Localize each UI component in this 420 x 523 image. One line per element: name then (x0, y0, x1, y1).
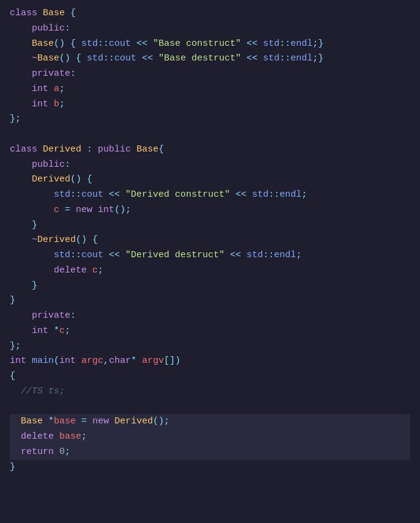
code-line-8: }; (10, 112, 410, 127)
code-line-10: class Derived : public Base{ (10, 142, 410, 158)
code-line-3: Base() { std::cout << "Base construct" <… (10, 37, 410, 52)
code-line-13: std::cout << "Derived construct" << std:… (10, 188, 410, 203)
code-line-9 (10, 127, 410, 142)
code-line-14: c = new int(); (10, 203, 410, 218)
code-line-26: //TS ts; (10, 384, 410, 400)
code-line-27 (10, 400, 410, 415)
code-line-17: std::cout << "Derived destruct" << std::… (10, 248, 410, 263)
code-line-22: int *c; (10, 324, 410, 339)
code-line-15: } (10, 218, 410, 233)
code-line-20: } (10, 293, 410, 309)
code-line-23: }; (10, 339, 410, 354)
code-line-31: } (10, 460, 410, 475)
code-line-24: int main(int argc,char* argv[]) (10, 354, 410, 369)
code-editor: class Base { public: Base() { std::cout … (0, 0, 420, 523)
code-line-21: private: (10, 309, 410, 324)
code-line-1: class Base { (10, 6, 410, 21)
code-line-2: public: (10, 21, 410, 37)
code-line-5: private: (10, 67, 410, 82)
code-line-25: { (10, 369, 410, 384)
code-line-12: Derived() { (10, 172, 410, 188)
code-line-6: int a; (10, 82, 410, 97)
code-line-18: delete c; (10, 263, 410, 279)
code-line-28: Base *base = new Derived(); (10, 414, 410, 430)
code-line-11: public: (10, 158, 410, 173)
code-line-16: ~Derived() { (10, 233, 410, 248)
code-line-19: } (10, 279, 410, 294)
code-line-29: delete base; (10, 430, 410, 445)
code-line-7: int b; (10, 97, 410, 112)
code-line-4: ~Base() { std::cout << "Base destruct" <… (10, 51, 410, 67)
code-line-30: return 0; (10, 445, 410, 460)
